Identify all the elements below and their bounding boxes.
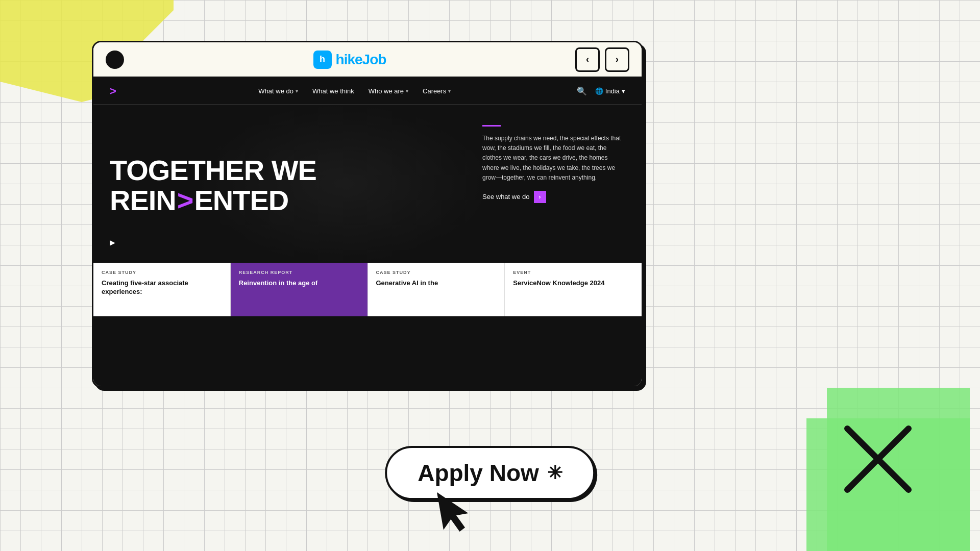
browser-dot <box>106 51 124 69</box>
nav-item-what-we-do[interactable]: What we do ▾ <box>258 87 298 95</box>
globe-icon: 🌐 <box>595 87 603 95</box>
forward-button[interactable]: › <box>605 47 629 72</box>
chevron-down-icon: ▾ <box>296 88 298 94</box>
card-3-label: CASE STUDY <box>376 270 497 275</box>
nav-links: What we do ▾ What we think Who we are ▾ … <box>133 87 577 95</box>
hero-left: TOGETHER WE REIN>ENTED <box>110 121 482 251</box>
cta-arrow-icon: › <box>534 191 546 203</box>
hero-right: The supply chains we need, the special e… <box>482 121 625 251</box>
nav-item-what-we-think[interactable]: What we think <box>312 87 354 95</box>
region-selector[interactable]: 🌐 India ▾ <box>595 87 625 95</box>
website-content: > What we do ▾ What we think Who we are … <box>93 78 642 386</box>
cards-section: CASE STUDY Creating five-star associate … <box>93 263 642 316</box>
svg-marker-5 <box>437 489 470 533</box>
browser-nav-buttons: ‹ › <box>575 47 629 72</box>
search-icon[interactable]: 🔍 <box>577 86 587 96</box>
card-1[interactable]: CASE STUDY Creating five-star associate … <box>93 263 231 316</box>
green-deco-bottom <box>806 388 980 551</box>
sparkle-icon: ✳ <box>547 462 562 484</box>
browser-window: h hikeJob ‹ › > What we do ▾ What we thi… <box>92 41 643 388</box>
card-1-label: CASE STUDY <box>102 270 222 275</box>
navbar: > What we do ▾ What we think Who we are … <box>93 78 642 105</box>
apply-now-container: Apply Now ✳ <box>385 446 595 500</box>
svg-rect-2 <box>806 418 970 551</box>
reinvented-chevron: > <box>177 186 193 216</box>
nav-item-who-we-are[interactable]: Who we are ▾ <box>369 87 408 95</box>
nav-right: 🔍 🌐 India ▾ <box>577 86 625 96</box>
card-2-title: Reinvention in the age of <box>239 279 359 288</box>
hero-accent-line <box>482 125 501 127</box>
browser-chrome: h hikeJob ‹ › <box>93 42 642 78</box>
chevron-down-icon: ▾ <box>622 87 625 95</box>
browser-title: h hikeJob <box>132 51 567 69</box>
hikejob-logo: h hikeJob <box>313 51 386 69</box>
back-button[interactable]: ‹ <box>575 47 600 72</box>
hero-title-line1: TOGETHER WE <box>110 156 482 186</box>
hero-cta-label: See what we do <box>482 193 530 201</box>
card-3[interactable]: CASE STUDY Generative AI in the <box>368 263 505 316</box>
chevron-down-icon: ▾ <box>448 88 451 94</box>
hero-description: The supply chains we need, the special e… <box>482 134 625 183</box>
hero-title-line2: REIN>ENTED <box>110 186 482 216</box>
card-4-label: EVENT <box>513 270 633 275</box>
hero-section: TOGETHER WE REIN>ENTED The supply chains… <box>93 105 642 263</box>
apply-now-label: Apply Now <box>418 459 539 487</box>
chevron-down-icon: ▾ <box>406 88 408 94</box>
hikejob-brand-text: hikeJob <box>336 52 386 68</box>
card-2[interactable]: RESEARCH REPORT Reinvention in the age o… <box>231 263 368 316</box>
apply-now-button[interactable]: Apply Now ✳ <box>385 446 595 500</box>
play-button[interactable]: ▶ <box>110 238 115 246</box>
nav-logo: > <box>110 85 116 98</box>
card-3-title: Generative AI in the <box>376 279 497 288</box>
hero-cta-button[interactable]: See what we do › <box>482 191 625 203</box>
card-1-title: Creating five-star associate experiences… <box>102 279 222 296</box>
nav-item-careers[interactable]: Careers ▾ <box>423 87 451 95</box>
hikejob-icon: h <box>313 51 332 69</box>
card-4[interactable]: EVENT ServiceNow Knowledge 2024 <box>505 263 642 316</box>
card-4-title: ServiceNow Knowledge 2024 <box>513 279 633 288</box>
hero-title: TOGETHER WE REIN>ENTED <box>110 156 482 216</box>
card-2-label: RESEARCH REPORT <box>239 270 359 275</box>
